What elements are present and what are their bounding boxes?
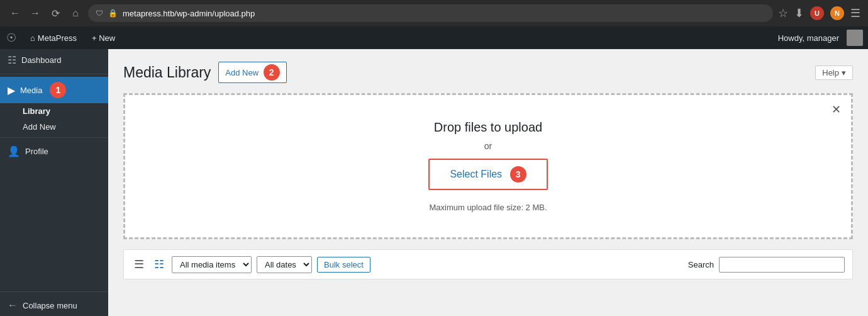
profile-avatar-1[interactable]: U [810, 6, 824, 20]
admin-avatar[interactable] [847, 30, 863, 46]
reload-button[interactable]: ⟳ [48, 6, 63, 21]
max-size-text: Maximum upload file size: 2 MB. [429, 203, 547, 212]
sidebar: ☷ Dashboard ▶ Media 1 Library Add New 👤 … [0, 49, 108, 316]
bulk-select-label: Bulk select [324, 260, 364, 269]
admin-bar-new[interactable]: + New [84, 26, 123, 49]
sidebar-profile-label: Profile [25, 147, 48, 156]
close-icon: ✕ [832, 103, 841, 116]
add-new-button[interactable]: Add New 2 [218, 62, 286, 83]
lock-icon: 🔒 [108, 9, 118, 18]
profile-icon: 👤 [8, 145, 20, 157]
admin-bar-right: Howdy, manager [771, 30, 868, 46]
annotation-badge-1: 1 [50, 82, 66, 98]
help-button[interactable]: Help ▾ [815, 65, 853, 80]
sidebar-sub-library[interactable]: Library [0, 103, 108, 119]
site-icon: ⌂ [30, 33, 35, 43]
search-label: Search [688, 260, 714, 269]
add-new-sub-label: Add New [23, 122, 56, 132]
filter-dates-select[interactable]: All dates [257, 256, 312, 273]
page-title-area: Media Library Add New 2 [123, 62, 287, 83]
pocket-icon[interactable]: ⬇ [794, 6, 804, 20]
sidebar-collapse[interactable]: ← Collapse menu [0, 295, 108, 316]
sidebar-bottom: ← Collapse menu [0, 289, 108, 316]
sidebar-item-profile[interactable]: 👤 Profile [0, 140, 108, 162]
profile-avatar-2[interactable]: N [830, 6, 844, 20]
help-label: Help [822, 68, 839, 77]
sidebar-item-media[interactable]: ▶ Media 1 [0, 77, 108, 103]
content-area: Media Library Add New 2 Help ▾ ✕ Drop fi… [108, 49, 868, 316]
bookmark-icon[interactable]: ☆ [778, 6, 788, 20]
dashboard-icon: ☷ [8, 54, 16, 66]
media-icon: ▶ [8, 84, 15, 96]
wp-logo[interactable]: ☉ [0, 26, 23, 49]
library-label: Library [23, 106, 50, 116]
collapse-label: Collapse menu [23, 301, 77, 310]
sidebar-media-label: Media [20, 86, 42, 95]
page-title: Media Library [123, 64, 211, 81]
chevron-down-icon: ▾ [842, 68, 846, 77]
close-upload-button[interactable]: ✕ [832, 103, 841, 116]
back-button[interactable]: ← [8, 6, 23, 21]
sidebar-dashboard-label: Dashboard [21, 55, 62, 65]
drop-text: Drop files to upload [434, 120, 542, 135]
menu-icon[interactable]: ☰ [850, 6, 860, 20]
sidebar-sub-add-new[interactable]: Add New [0, 119, 108, 135]
annotation-badge-2: 2 [264, 64, 280, 81]
page-header: Media Library Add New 2 Help ▾ [123, 62, 853, 83]
list-view-button[interactable]: ☰ [131, 255, 147, 274]
sidebar-divider-1 [0, 74, 108, 74]
grid-view-button[interactable]: ☷ [152, 255, 167, 274]
add-new-btn-label: Add New [225, 68, 259, 77]
address-bar[interactable]: 🛡 🔒 metapress.htb/wp-admin/upload.php [88, 4, 773, 22]
admin-bar-site[interactable]: ⌂ MetaPress [23, 26, 84, 49]
upload-zone: ✕ Drop files to upload or Select Files 3… [123, 93, 853, 239]
new-label: + New [92, 33, 115, 43]
search-input[interactable] [719, 257, 845, 273]
wp-main: ☷ Dashboard ▶ Media 1 Library Add New 👤 … [0, 49, 868, 316]
toolbar-row: ☰ ☷ All media items All dates Bulk selec… [123, 249, 853, 279]
wp-admin-bar: ☉ ⌂ MetaPress + New Howdy, manager [0, 26, 868, 49]
filter-media-select[interactable]: All media items [172, 256, 252, 273]
annotation-badge-3: 3 [510, 166, 526, 183]
howdy-text: Howdy, manager [771, 33, 847, 43]
collapse-icon: ← [8, 300, 18, 311]
site-name: MetaPress [38, 33, 77, 43]
select-files-button[interactable]: Select Files 3 [428, 159, 547, 190]
grid-view-icon: ☷ [154, 258, 164, 271]
forward-button[interactable]: → [28, 6, 43, 21]
sidebar-divider-2 [0, 137, 108, 138]
shield-icon: 🛡 [96, 9, 103, 18]
browser-chrome: ← → ⟳ ⌂ 🛡 🔒 metapress.htb/wp-admin/uploa… [0, 0, 868, 26]
bulk-select-button[interactable]: Bulk select [317, 257, 370, 273]
sidebar-divider-3 [0, 291, 108, 292]
or-text: or [484, 141, 492, 151]
url-text: metapress.htb/wp-admin/upload.php [123, 9, 255, 18]
browser-right-icons: ☆ ⬇ U N ☰ [778, 6, 860, 20]
home-button[interactable]: ⌂ [68, 6, 83, 21]
select-files-label: Select Files [450, 169, 502, 179]
list-view-icon: ☰ [134, 258, 144, 271]
sidebar-item-dashboard[interactable]: ☷ Dashboard [0, 49, 108, 71]
